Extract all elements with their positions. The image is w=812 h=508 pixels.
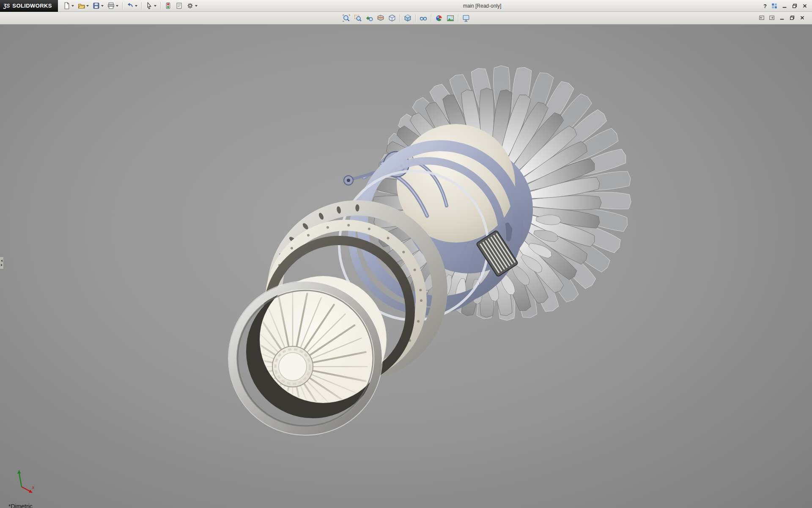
- apply-scene-button[interactable]: [445, 13, 456, 23]
- splitter-right-arrow-icon: [1, 264, 3, 266]
- dropdown-chevron-icon[interactable]: [135, 5, 137, 7]
- rebuild-button[interactable]: [163, 1, 173, 11]
- dropdown-chevron-icon[interactable]: [101, 5, 104, 7]
- section-view-button[interactable]: [375, 13, 386, 23]
- y-axis: [19, 472, 22, 487]
- bracket-hole: [347, 179, 350, 182]
- view-orientation-icon: [388, 14, 396, 22]
- headsup-view-toolbar: [341, 13, 472, 23]
- open-icon: [78, 2, 85, 9]
- previous-window-icon: [759, 15, 765, 21]
- restore-button[interactable]: [790, 2, 799, 10]
- toolbar-separator: [458, 14, 458, 22]
- apply-scene-icon: [447, 14, 454, 22]
- minimize-button[interactable]: [780, 2, 789, 10]
- viewport[interactable]: x *Dimetric: [0, 25, 812, 508]
- hide-show-items-icon: [420, 14, 427, 22]
- edit-appearance-button[interactable]: [433, 13, 444, 23]
- next-window-icon: [769, 15, 775, 21]
- close-button[interactable]: [800, 2, 809, 10]
- section-view-icon: [377, 14, 384, 22]
- hub-center: [279, 353, 307, 381]
- toolbar-separator: [122, 2, 123, 10]
- save-button[interactable]: [91, 1, 105, 11]
- dropdown-chevron-icon[interactable]: [116, 5, 118, 7]
- dropdown-chevron-icon[interactable]: [71, 5, 74, 7]
- previous-view-button[interactable]: [364, 13, 375, 23]
- options-button[interactable]: [185, 1, 199, 11]
- main-toolbar: [58, 0, 203, 12]
- new-document-button[interactable]: [61, 1, 76, 11]
- dassault-3ds-icon: ƷS: [3, 3, 10, 9]
- restore-icon: [789, 15, 795, 21]
- view-orientation-label: *Dimetric: [8, 503, 33, 508]
- view-toolbar-row: [0, 12, 812, 25]
- print-icon: [107, 2, 115, 9]
- zoom-to-area-icon: [354, 14, 362, 22]
- document-window-controls: [757, 14, 807, 22]
- display-style-icon: [404, 14, 411, 22]
- titlebar: ƷS SOLIDWORKS main [Read-only] ?: [0, 0, 812, 12]
- x-axis-label: x: [32, 485, 34, 490]
- save-icon: [93, 2, 100, 9]
- window-controls: ?: [761, 0, 809, 12]
- minimize-icon: [779, 15, 785, 21]
- toolbar-separator: [141, 2, 142, 10]
- task-pane-button[interactable]: [770, 2, 779, 10]
- zoom-to-area-button[interactable]: [352, 13, 363, 23]
- options-icon: [187, 2, 194, 9]
- dropdown-chevron-icon[interactable]: [154, 5, 156, 7]
- new-document-icon: [63, 2, 70, 9]
- document-restore-button[interactable]: [787, 14, 797, 22]
- dropdown-chevron-icon[interactable]: [195, 5, 198, 7]
- rebuild-icon: [165, 2, 172, 9]
- undo-icon: [126, 2, 134, 9]
- document-previous-window-button[interactable]: [757, 14, 766, 22]
- help-button[interactable]: ?: [761, 2, 769, 10]
- minimize-icon: [782, 3, 787, 9]
- view-settings-icon: [462, 14, 470, 22]
- toolbar-separator: [400, 14, 400, 22]
- app-name: SOLIDWORKS: [12, 3, 52, 9]
- undo-button[interactable]: [125, 1, 139, 11]
- display-style-button[interactable]: [402, 13, 413, 23]
- view-settings-button[interactable]: [461, 13, 472, 23]
- edit-appearance-icon: [435, 14, 443, 22]
- dropdown-chevron-icon[interactable]: [86, 5, 89, 7]
- print-button[interactable]: [106, 1, 120, 11]
- close-icon: [802, 3, 808, 9]
- close-icon: [799, 15, 805, 21]
- window-title: main [Read-only]: [463, 3, 502, 9]
- orientation-triad: x: [10, 469, 36, 495]
- hide-show-items-button[interactable]: [418, 13, 429, 23]
- toolbar-separator: [415, 14, 416, 22]
- document-next-window-button[interactable]: [767, 14, 776, 22]
- view-orientation-button[interactable]: [387, 13, 398, 23]
- restore-icon: [792, 3, 798, 9]
- task-pane-icon: [771, 3, 777, 9]
- splitter-left-arrow-icon: [1, 260, 3, 262]
- select-button[interactable]: [144, 1, 158, 11]
- document-close-button[interactable]: [798, 14, 807, 22]
- previous-view-icon: [365, 14, 373, 22]
- file-properties-icon: [176, 2, 183, 9]
- toolbar-separator: [160, 2, 161, 10]
- zoom-to-fit-button[interactable]: [341, 13, 352, 23]
- 3d-model-turbine-engine[interactable]: [0, 25, 812, 508]
- solidworks-window: ƷS SOLIDWORKS main [Read-only] ?: [0, 0, 812, 508]
- panel-splitter[interactable]: [0, 257, 4, 269]
- select-icon: [145, 2, 153, 9]
- file-properties-button[interactable]: [174, 1, 184, 11]
- open-button[interactable]: [76, 1, 91, 11]
- toolbar-separator: [431, 14, 431, 22]
- y-axis-arrowhead: [17, 470, 21, 474]
- solidworks-logo: ƷS SOLIDWORKS: [0, 0, 58, 12]
- x-axis: [22, 487, 30, 491]
- zoom-to-fit-icon: [343, 14, 350, 22]
- document-minimize-button[interactable]: [777, 14, 787, 22]
